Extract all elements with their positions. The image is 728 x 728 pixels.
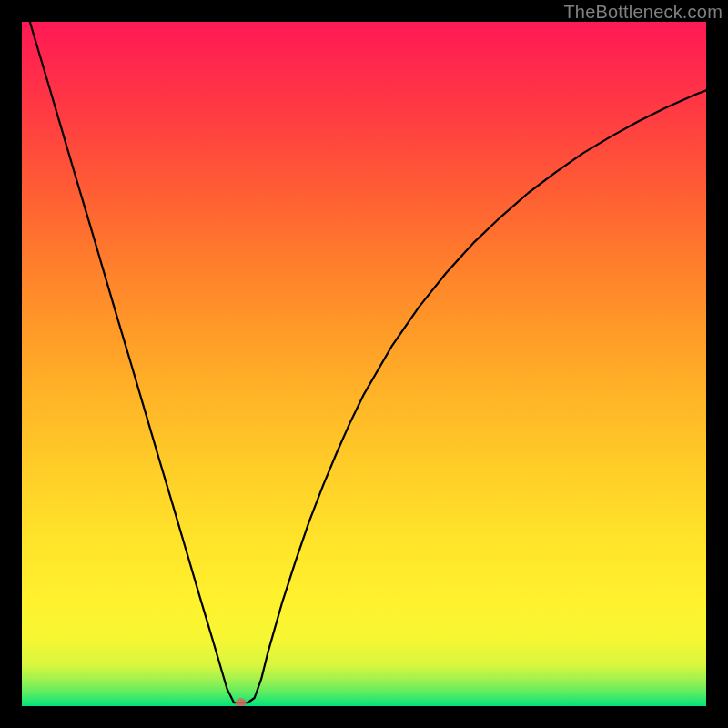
plot-area	[22, 22, 706, 706]
watermark-text: TheBottleneck.com	[563, 2, 723, 23]
gradient-background	[22, 22, 706, 706]
chart-svg	[22, 22, 706, 706]
chart-frame: TheBottleneck.com	[0, 0, 728, 728]
